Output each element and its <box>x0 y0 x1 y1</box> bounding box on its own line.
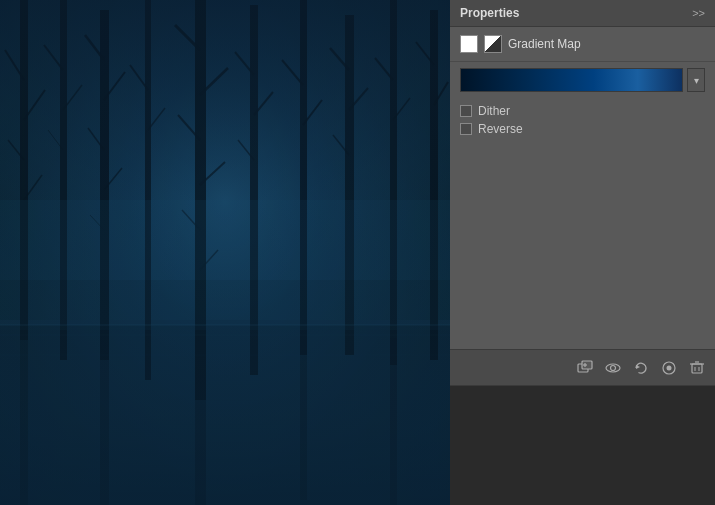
properties-title: Properties <box>460 6 519 20</box>
canvas-area <box>0 0 450 505</box>
right-panel: Properties >> Gradient Map ▾ Dither Reve… <box>450 0 715 505</box>
svg-point-64 <box>667 365 672 370</box>
svg-marker-62 <box>636 365 640 369</box>
checkboxes-section: Dither Reverse <box>450 98 715 142</box>
panel-spacer <box>450 142 715 349</box>
layer-icon-half <box>484 35 502 53</box>
properties-header: Properties >> <box>450 0 715 27</box>
reverse-checkbox-row[interactable]: Reverse <box>460 122 705 136</box>
below-properties-area <box>450 385 715 505</box>
svg-rect-65 <box>692 364 702 373</box>
gradient-bar[interactable] <box>460 68 683 92</box>
eye-button[interactable] <box>657 356 681 380</box>
reverse-checkbox[interactable] <box>460 123 472 135</box>
gradient-map-header: Gradient Map <box>450 27 715 62</box>
add-layer-button[interactable] <box>573 356 597 380</box>
delete-button[interactable] <box>685 356 709 380</box>
dither-label: Dither <box>478 104 510 118</box>
bottom-toolbar <box>450 349 715 385</box>
properties-panel: Properties >> Gradient Map ▾ Dither Reve… <box>450 0 715 385</box>
visibility-button[interactable] <box>601 356 625 380</box>
gradient-dropdown-container: ▾ <box>450 62 715 98</box>
expand-button[interactable]: >> <box>692 7 705 19</box>
svg-point-61 <box>611 365 616 370</box>
gradient-dropdown-arrow[interactable]: ▾ <box>687 68 705 92</box>
dither-checkbox[interactable] <box>460 105 472 117</box>
forest-overlay <box>0 0 450 505</box>
dither-checkbox-row[interactable]: Dither <box>460 104 705 118</box>
layer-icon-white <box>460 35 478 53</box>
reverse-label: Reverse <box>478 122 523 136</box>
reset-button[interactable] <box>629 356 653 380</box>
canvas-image <box>0 0 450 505</box>
gradient-map-label: Gradient Map <box>508 37 581 51</box>
